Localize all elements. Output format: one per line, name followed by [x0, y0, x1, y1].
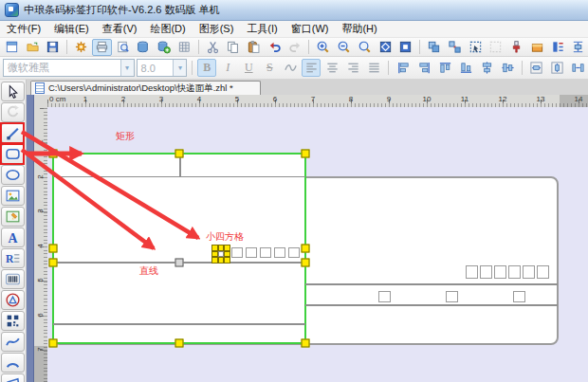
selection-handle[interactable] — [224, 251, 230, 258]
underline-button[interactable]: U — [239, 59, 258, 77]
postcode-square[interactable] — [537, 265, 549, 279]
align-right-edges-button[interactable] — [414, 59, 433, 77]
distribute-button[interactable] — [568, 39, 588, 56]
deselect-area-button[interactable] — [486, 39, 505, 56]
postcode-square[interactable] — [494, 265, 506, 279]
print-button[interactable] — [92, 39, 112, 56]
italic-button[interactable]: I — [218, 59, 237, 77]
text-tool-button[interactable]: A — [1, 227, 25, 247]
align-top-edges-button[interactable] — [435, 59, 454, 77]
align-center-vertical-button[interactable] — [498, 59, 517, 77]
redo-button[interactable] — [285, 39, 305, 56]
selected-small-square-object[interactable] — [211, 245, 230, 264]
zoom-in-button[interactable] — [313, 39, 333, 56]
rich-text-tool-button[interactable]: R — [1, 248, 25, 268]
object-properties-button[interactable] — [548, 39, 568, 56]
selection-handle[interactable] — [211, 245, 218, 251]
menu-item-help[interactable]: 帮助(H) — [335, 21, 383, 37]
selection-handle[interactable] — [49, 150, 58, 158]
menu-item-shape[interactable]: 图形(S) — [193, 21, 241, 37]
cut-button[interactable] — [203, 39, 223, 56]
select-tool-button[interactable] — [1, 82, 25, 101]
strikethrough-button[interactable]: S — [260, 59, 279, 77]
new-document-button[interactable] — [2, 39, 22, 56]
fit-content-button[interactable] — [395, 39, 415, 56]
selection-handle[interactable] — [302, 245, 310, 253]
copy-button[interactable] — [223, 39, 243, 56]
line-mid-handle[interactable] — [175, 259, 184, 267]
chevron-down-icon[interactable]: ▾ — [120, 60, 134, 76]
zoom-reset-button[interactable] — [355, 39, 375, 56]
align-left-edges-button[interactable] — [394, 59, 413, 77]
paste-button[interactable] — [244, 39, 264, 56]
selection-handle[interactable] — [49, 259, 58, 267]
header-square[interactable] — [288, 247, 300, 258]
selection-handle[interactable] — [49, 245, 58, 253]
selection-handle[interactable] — [302, 150, 310, 158]
group-button[interactable] — [424, 39, 444, 56]
print-preview-button[interactable] — [113, 39, 133, 56]
small-square-object[interactable] — [218, 251, 225, 258]
barcode-tool-button[interactable] — [1, 269, 25, 289]
right-section-line-1[interactable] — [305, 283, 558, 285]
rotate-tool-button[interactable] — [1, 102, 25, 122]
undo-button[interactable] — [265, 39, 285, 56]
check-square[interactable] — [378, 291, 391, 302]
postcode-square[interactable] — [523, 265, 535, 279]
header-square[interactable] — [231, 247, 243, 258]
zoom-out-button[interactable] — [334, 39, 354, 56]
menu-item-draw[interactable]: 绘图(D) — [143, 21, 192, 37]
grid-settings-button[interactable] — [175, 39, 194, 56]
ellipse-tool-button[interactable] — [1, 165, 25, 185]
postcode-square[interactable] — [508, 265, 521, 279]
fill-style-button[interactable] — [527, 39, 547, 56]
header-square[interactable] — [260, 247, 271, 258]
rounded-rect-tool-button[interactable] — [1, 144, 25, 164]
format-painter-button[interactable] — [506, 39, 526, 56]
menu-item-view[interactable]: 查看(V) — [96, 21, 144, 37]
arc-tool-button[interactable] — [1, 353, 25, 373]
right-section-line-2[interactable] — [305, 304, 558, 306]
align-text-justify-button[interactable] — [364, 59, 383, 77]
database-button[interactable] — [133, 39, 153, 56]
selection-handle[interactable] — [211, 257, 218, 264]
equal-spacing-button[interactable] — [569, 59, 588, 77]
align-text-center-button[interactable] — [322, 59, 341, 77]
selection-handle[interactable] — [218, 245, 225, 251]
center-in-page-horizontal-button[interactable] — [527, 59, 546, 77]
polygon-tool-button[interactable] — [1, 373, 25, 382]
ungroup-button[interactable] — [445, 39, 465, 56]
menu-item-window[interactable]: 窗口(W) — [285, 21, 336, 37]
align-text-right-button[interactable] — [343, 59, 362, 77]
align-text-left-button[interactable] — [302, 59, 321, 77]
select-area-button[interactable] — [466, 39, 486, 56]
menu-item-tools[interactable]: 工具(I) — [240, 21, 284, 37]
text-on-path-button[interactable] — [281, 59, 300, 77]
selection-handle[interactable] — [224, 257, 230, 264]
image-tool-button[interactable] — [1, 186, 25, 206]
check-square[interactable] — [446, 291, 458, 302]
selection-handle[interactable] — [175, 339, 184, 348]
page-setup-button[interactable] — [71, 39, 91, 56]
check-square[interactable] — [513, 291, 525, 302]
selection-handle[interactable] — [49, 339, 58, 348]
chevron-down-icon[interactable]: ▾ — [173, 60, 186, 76]
selection-handle[interactable] — [302, 259, 310, 267]
line-tool-button[interactable] — [1, 123, 25, 143]
bold-button[interactable]: B — [197, 59, 216, 77]
selection-handle[interactable] — [224, 245, 230, 251]
menu-item-file[interactable]: 文件(F) — [0, 21, 47, 37]
lower-divider-line[interactable] — [53, 323, 305, 325]
design-canvas[interactable]: 矩形 小四方格 直线 — [47, 107, 588, 382]
save-file-button[interactable] — [44, 39, 64, 56]
shape-tool-button[interactable] — [1, 290, 25, 310]
selection-handle[interactable] — [218, 257, 225, 264]
fit-window-button[interactable] — [376, 39, 395, 56]
image-edit-tool-button[interactable] — [1, 207, 25, 227]
database-import-button[interactable] — [154, 39, 174, 56]
header-square[interactable] — [274, 247, 285, 258]
curve-tool-button[interactable] — [1, 332, 25, 352]
header-square[interactable] — [246, 247, 257, 258]
qrcode-tool-button[interactable] — [1, 311, 25, 331]
selection-handle[interactable] — [175, 150, 184, 158]
